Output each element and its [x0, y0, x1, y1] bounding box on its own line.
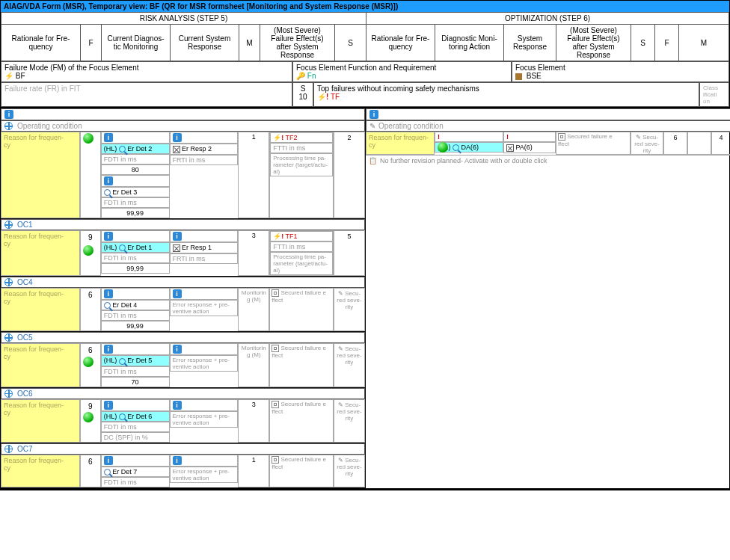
magnifier-icon [119, 413, 126, 420]
errresp-prev[interactable]: Error response + pre-ventive action [170, 300, 239, 316]
reason-cell[interactable]: Reason for frequen-cy [1, 399, 80, 443]
reason-cell[interactable]: Reason for frequen-cy [1, 288, 80, 331]
oc-bar[interactable]: OC7 [1, 443, 365, 455]
pencil-icon: ✎ [338, 290, 343, 297]
steering-icon [4, 221, 13, 229]
oc-label: OC1 [17, 221, 33, 229]
oc-row[interactable]: Reason for frequen-cy6i Er Det 7FDTI in … [1, 455, 365, 488]
info-icon: i [104, 401, 113, 410]
f-value: 6 [80, 455, 101, 487]
info-cell[interactable]: i [101, 230, 170, 242]
er-resp[interactable]: Er Resp 1 [170, 242, 239, 253]
fdti-val[interactable]: 70 [101, 377, 170, 387]
tf2-cell[interactable]: ⚡! TF2 [270, 132, 333, 143]
xbox-icon [173, 146, 180, 153]
info-cell[interactable]: i [170, 230, 239, 242]
reason-cell[interactable]: Reason for frequen-cy [1, 343, 80, 387]
tf-cell[interactable]: ⚡! TF1 [270, 231, 333, 241]
dcspf-label: DC (SPF) in % [101, 432, 170, 443]
info-cell[interactable]: i [101, 455, 170, 467]
opcond-bar-l[interactable]: Operating condition [1, 120, 365, 132]
key-icon: 🔑 [296, 72, 305, 80]
er-det[interactable]: Er Det 4 [101, 300, 170, 310]
secured-effect[interactable]: Secured failure effect [269, 343, 334, 387]
oc-bar[interactable]: OC5 [1, 332, 365, 343]
er-det[interactable]: (HL) Er Det 6 [101, 411, 170, 422]
reason-cell[interactable]: Reason for frequen-cy [1, 132, 80, 218]
opcond-bar-r[interactable]: ✎Operating condition [366, 120, 730, 132]
magnifier-icon [104, 189, 111, 196]
header-table: RISK ANALYSIS (STEP 5) OPTIMIZATION (STE… [1, 12, 729, 61]
clipboard-icon: 📋 [369, 157, 377, 164]
lock-icon [272, 289, 279, 297]
er-det[interactable]: (HL) Er Det 1 [101, 242, 170, 253]
errresp-prev[interactable]: Error response + pre-ventive action [170, 467, 239, 483]
oc-bar[interactable]: OC4 [1, 277, 365, 288]
col-cursys: Current SystemResponse [171, 25, 239, 61]
errresp-prev[interactable]: Error response + pre-ventive action [170, 411, 239, 428]
excl-cell[interactable]: ! [503, 132, 556, 142]
reason-cell-r[interactable]: Reason for frequen-cy [366, 132, 435, 155]
square-icon [515, 73, 522, 80]
oc-row[interactable]: Reason for frequen-cy6i(HL) Er Det 5FDTI… [1, 343, 365, 387]
oc-row[interactable]: Reason for frequen-cy9i(HL) Er Det 6FDTI… [1, 399, 365, 443]
fdti-val[interactable]: 99,99 [101, 263, 170, 274]
info-cell[interactable]: i [170, 132, 239, 144]
secsev: ✎ Secu-red seve-rity [334, 343, 365, 387]
topf-label: Top failures without incoming safety mec… [317, 84, 696, 93]
info-cell[interactable]: i [170, 343, 239, 355]
step5-heading: RISK ANALYSIS (STEP 5) [1, 13, 366, 25]
fdti-val[interactable]: 99,99 [101, 321, 170, 331]
magnifier-icon [119, 244, 126, 251]
secured-effect-r[interactable]: Secured failure effect [556, 132, 631, 155]
fdti-label: FDTI in ms [101, 253, 170, 263]
fdti-val-a[interactable]: 80 [101, 164, 170, 175]
magnifier-icon [119, 146, 126, 153]
info-icon: i [369, 110, 378, 119]
er-det-3[interactable]: Er Det 3 [101, 187, 170, 197]
excl-cell[interactable]: ! [435, 132, 503, 142]
oc-row[interactable]: Reason for frequen-cy9i(HL) Er Det 1FDTI… [1, 230, 365, 277]
col-curdiag: Current Diagnos-tic Monitoring [102, 25, 171, 61]
step6-heading: OPTIMIZATION (STEP 6) [366, 13, 729, 25]
info-cell[interactable]: i [170, 455, 239, 467]
info-row-l[interactable]: i [1, 108, 365, 120]
fdti-val-b[interactable]: 99,99 [101, 208, 170, 218]
tf-value: TF [331, 93, 340, 101]
er-det-2[interactable]: (HL) Er Det 2 [101, 144, 170, 154]
info-row-r[interactable]: i [366, 108, 730, 120]
oc-bar[interactable]: OC6 [1, 388, 365, 399]
pa6[interactable]: PA(6) [503, 142, 556, 153]
secured-effect[interactable]: Secured failure effect [269, 399, 334, 443]
oc-row[interactable]: Reason for frequen-cy6i Er Det 4FDTI in … [1, 288, 365, 332]
fdti-label: FDTI in ms [101, 422, 170, 432]
er-det[interactable]: Er Det 7 [101, 467, 170, 477]
magnifier-icon [453, 144, 459, 151]
info-cell[interactable]: i [101, 288, 170, 300]
info-cell[interactable]: i [170, 399, 239, 411]
info-cell[interactable]: i [170, 288, 239, 300]
errresp-prev[interactable]: Error response + pre-ventive action [170, 355, 239, 372]
info-cell[interactable]: i [101, 175, 170, 187]
er-resp-2[interactable]: Er Resp 2 [170, 144, 239, 155]
info-cell[interactable]: i [101, 399, 170, 411]
ftti-label: FTTI in ms [270, 241, 333, 252]
focus-row[interactable]: Reason for frequen-cy 6 i (HL) Er Det 2 … [1, 132, 365, 219]
reason-cell[interactable]: Reason for frequen-cy [1, 230, 80, 276]
secured-effect[interactable]: Secured failure effect [269, 288, 334, 331]
oc-bar[interactable]: OC1 [1, 219, 365, 230]
pencil-icon: ✎ [338, 457, 343, 464]
col-diagmon: Diagnostic Moni-toring Action [435, 25, 504, 61]
f-value: 6 [80, 132, 101, 218]
reason-cell[interactable]: Reason for frequen-cy [1, 455, 80, 487]
info-cell[interactable]: i [101, 132, 170, 144]
info-cell[interactable]: i [101, 343, 170, 355]
secured-effect[interactable]: Secured failure effect [269, 455, 334, 487]
er-det[interactable]: (HL) Er Det 5 [101, 355, 170, 366]
no-revision-note[interactable]: 📋No further revision planned- Activate w… [366, 156, 730, 166]
opt-row[interactable]: Reason for frequen-cy ! (HL) DA(6) ! PA(… [366, 132, 730, 156]
band-row-2: Failure rate (FR) in FIT S 10 Top failur… [1, 82, 729, 107]
info-icon: i [104, 289, 113, 298]
fdti-label: FDTI in ms [101, 477, 170, 487]
secsev: ✎ Secu-red seve-rity [334, 288, 365, 331]
